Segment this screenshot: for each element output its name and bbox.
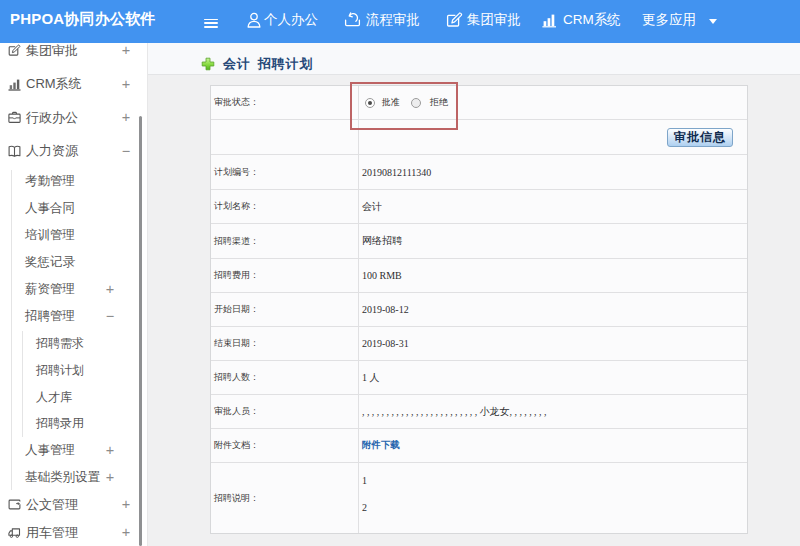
field-label: 招聘费用：	[211, 259, 359, 292]
sidebar-item-group-approval[interactable]: 集团审批 +	[0, 43, 147, 64]
form-row-start-date: 开始日期： 2019-08-12	[211, 293, 747, 327]
expand-icon[interactable]: +	[119, 71, 133, 98]
approver-name: 小龙女	[480, 405, 510, 419]
sidebar-item-label: 集团审批	[26, 43, 78, 60]
description-line: 1	[362, 468, 367, 495]
sidebar-item-recruit-mgmt[interactable]: 招聘管理 −	[0, 303, 147, 330]
form-row-channel: 招聘渠道： 网络招聘	[211, 224, 747, 259]
sidebar-item-recruit-demand[interactable]: 招聘需求	[0, 330, 147, 357]
form-row-description: 招聘说明： 1 2	[211, 463, 747, 533]
field-label: 计划编号：	[211, 155, 359, 189]
field-value: 会计	[359, 190, 747, 223]
sidebar-item-label: 考勤管理	[25, 173, 75, 190]
expand-icon[interactable]: +	[103, 464, 117, 491]
add-icon	[201, 57, 215, 71]
field-value: 1 人	[359, 361, 747, 394]
nav-item-group-approval[interactable]: 集团审批	[467, 0, 521, 40]
field-value-status: 批准 拒绝	[359, 86, 747, 119]
nav-item-process-approval[interactable]: 流程审批	[366, 0, 420, 40]
field-value-description: 1 2	[359, 463, 747, 533]
form-row-cost: 招聘费用： 100 RMB	[211, 259, 747, 293]
top-navbar: PHPOA协同办公软件 个人办公 流程审批 集团审批 CRM系统 更多应用	[0, 0, 800, 43]
field-value: 2019-08-12	[359, 293, 747, 326]
sidebar-item-label: 招聘管理	[25, 308, 75, 325]
bar-chart-icon	[542, 13, 557, 28]
sidebar-item-talent-pool[interactable]: 人才库	[0, 384, 147, 411]
sidebar-item-base-category[interactable]: 基础类别设置 +	[0, 464, 147, 491]
approve-info-button[interactable]: 审批信息	[667, 128, 733, 147]
form-row-button: 审批信息	[211, 120, 747, 155]
process-icon	[344, 12, 361, 28]
sidebar-item-attendance[interactable]: 考勤管理	[0, 168, 147, 195]
sidebar-item-salary[interactable]: 薪资管理 +	[0, 276, 147, 303]
sidebar-item-personnel-mgmt[interactable]: 人事管理 +	[0, 437, 147, 464]
recruit-plan-form: 审批状态： 批准 拒绝 审批信息 计划编号： 20190812111340	[210, 85, 748, 534]
sidebar: 集团审批 + CRM系统 + 行政办公 +	[0, 43, 148, 546]
sidebar-item-label: 招聘录用	[36, 415, 84, 432]
expand-icon[interactable]: +	[119, 519, 133, 546]
expand-icon[interactable]: +	[119, 104, 133, 131]
page-title: 会计 招聘计划	[223, 47, 313, 80]
menu-bar	[204, 26, 218, 28]
nav-item-crm-system[interactable]: CRM系统	[563, 0, 621, 40]
sidebar-item-rewards[interactable]: 奖惩记录	[0, 249, 147, 276]
radio-approve[interactable]	[365, 98, 375, 108]
radio-approve-label[interactable]: 批准	[382, 96, 400, 109]
form-row-attachment: 附件文档： 附件下载	[211, 429, 747, 463]
sidebar-item-label: 招聘需求	[36, 335, 84, 352]
collapse-icon[interactable]: −	[119, 138, 133, 165]
field-value: 网络招聘	[359, 224, 747, 258]
caret-down-icon[interactable]	[709, 19, 717, 24]
sidebar-item-admin-office[interactable]: 行政办公 +	[0, 104, 147, 131]
expand-icon[interactable]: +	[103, 437, 117, 464]
sidebar-item-crm-system[interactable]: CRM系统 +	[0, 71, 147, 98]
nav-item-more-apps[interactable]: 更多应用	[642, 0, 696, 40]
expand-icon[interactable]: +	[103, 276, 117, 303]
menu-bar	[204, 22, 218, 24]
sidebar-item-vehicle-mgmt[interactable]: 用车管理 +	[0, 519, 147, 546]
app-logo: PHPOA协同办公软件	[10, 0, 156, 37]
sidebar-item-document-mgmt[interactable]: 公文管理 +	[0, 491, 147, 518]
attachment-download-link[interactable]: 附件下载	[362, 439, 400, 452]
sidebar-item-training[interactable]: 培训管理	[0, 222, 147, 249]
document-icon	[8, 498, 21, 511]
field-label-empty	[211, 120, 359, 154]
form-row-approvers: 审批人员： ,,,,,,,,,,,,,,,,,,,,,,,,小龙女,,,,,,,…	[211, 395, 747, 429]
approvers-commas: ,,,,,,,,	[510, 406, 549, 417]
form-row-plan-name: 计划名称： 会计	[211, 190, 747, 224]
form-row-headcount: 招聘人数： 1 人	[211, 361, 747, 395]
bar-chart-icon	[8, 78, 21, 91]
form-row-end-date: 结束日期： 2019-08-31	[211, 327, 747, 361]
sidebar-item-recruit-hire[interactable]: 招聘录用	[0, 410, 147, 437]
sidebar-item-human-resources[interactable]: 人力资源 −	[0, 138, 147, 165]
field-label: 附件文档：	[211, 429, 359, 462]
edit-icon	[8, 44, 21, 57]
sidebar-item-recruit-plan[interactable]: 招聘计划	[0, 357, 147, 384]
field-label: 招聘说明：	[211, 463, 359, 533]
briefcase-icon	[8, 111, 21, 124]
form-row-status: 审批状态： 批准 拒绝	[211, 86, 747, 120]
expand-icon[interactable]: +	[119, 491, 133, 518]
field-value: 20190812111340	[359, 155, 747, 189]
sidebar-item-label: 人才库	[36, 389, 72, 406]
sidebar-item-label: 奖惩记录	[25, 254, 75, 271]
menu-toggle-icon[interactable]	[204, 19, 218, 31]
sidebar-item-label: 基础类别设置	[25, 469, 100, 486]
truck-icon	[8, 526, 21, 539]
sidebar-item-label: 公文管理	[26, 496, 78, 514]
expand-icon[interactable]: +	[119, 43, 133, 64]
nav-item-personal-office[interactable]: 个人办公	[264, 0, 318, 40]
edit-icon	[446, 12, 463, 28]
field-label: 招聘人数：	[211, 361, 359, 394]
sidebar-scrollbar[interactable]	[139, 116, 142, 546]
field-label: 开始日期：	[211, 293, 359, 326]
radio-reject-label[interactable]: 拒绝	[430, 96, 448, 109]
user-icon	[247, 12, 261, 28]
field-value: 2019-08-31	[359, 327, 747, 360]
field-value-button: 审批信息	[359, 120, 747, 154]
description-line: 2	[362, 495, 367, 522]
collapse-icon[interactable]: −	[103, 303, 117, 330]
radio-reject[interactable]	[411, 98, 421, 108]
sidebar-item-hr-contract[interactable]: 人事合同	[0, 195, 147, 222]
field-label: 审批人员：	[211, 395, 359, 428]
